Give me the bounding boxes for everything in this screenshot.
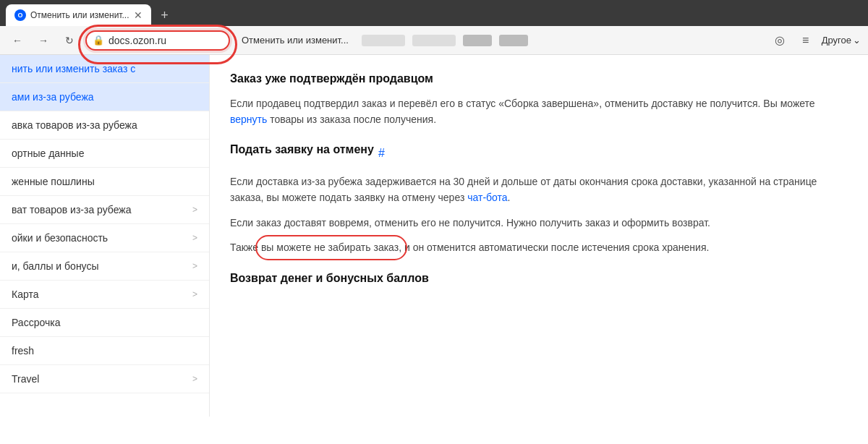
- bookmarks-bar: [362, 35, 764, 46]
- section2-para3: Также вы можете не забирать заказ, и он …: [230, 239, 848, 255]
- section1-heading: Заказ уже подтверждён продавцом: [230, 69, 848, 88]
- sidebar-item-9[interactable]: Рассрочка: [0, 309, 209, 337]
- lock-icon: 🔒: [93, 35, 104, 46]
- chevron-icon-11: >: [192, 374, 197, 384]
- chevron-icon-7: >: [192, 261, 197, 271]
- page-title-nav: Отменить или изменит...: [242, 35, 349, 46]
- sidebar-item-10[interactable]: fresh: [0, 337, 209, 365]
- section2-para1: Если доставка из-за рубежа задерживается…: [230, 174, 848, 206]
- tab-favicon: O: [14, 9, 26, 21]
- section3-heading: Возврат денег и бонусных баллов: [230, 269, 848, 288]
- bookmark-1: [362, 35, 405, 46]
- section2-para2: Если заказ доставят вовремя, отменить ег…: [230, 215, 848, 231]
- chevron-icon-8: >: [192, 289, 197, 299]
- tab-bar: O Отменить или изменит... ✕ +: [0, 0, 868, 26]
- section2-heading: Подать заявку на отмену: [230, 140, 374, 159]
- sidebar: нить или изменить заказ с ами из-за рубе…: [0, 55, 210, 417]
- sidebar-item-11[interactable]: Travel >: [0, 365, 209, 393]
- section-confirmed-order: Заказ уже подтверждён продавцом Если про…: [230, 69, 848, 127]
- sidebar-item-1[interactable]: ами из-за рубежа: [0, 83, 209, 111]
- active-tab[interactable]: O Отменить или изменит... ✕: [6, 4, 151, 26]
- section1-paragraph: Если продавец подтвердил заказ и перевёл…: [230, 95, 848, 128]
- chevron-icon-6: >: [192, 233, 197, 243]
- sidebar-item-4[interactable]: женные пошлины: [0, 168, 209, 196]
- main-area: нить или изменить заказ с ами из-за рубе…: [0, 55, 868, 417]
- section2-heading-container: Подать заявку на отмену #: [230, 140, 848, 166]
- sidebar-item-5[interactable]: ват товаров из-за рубежа >: [0, 196, 209, 224]
- highlighted-text: вы можете не забирать заказ,: [261, 239, 401, 255]
- chatbot-link[interactable]: чат-бота: [467, 192, 507, 203]
- sidebar-item-3[interactable]: ортные данные: [0, 140, 209, 168]
- new-tab-button[interactable]: +: [154, 4, 176, 26]
- address-bar[interactable]: 🔒 docs.ozon.ru: [85, 30, 230, 51]
- return-link[interactable]: вернуть: [230, 114, 267, 125]
- content-area: Заказ уже подтверждён продавцом Если про…: [210, 55, 868, 417]
- nav-right-controls: ◎ ≡ Другое ⌄: [770, 30, 861, 51]
- sidebar-item-0[interactable]: нить или изменить заказ с: [0, 55, 209, 83]
- reload-button[interactable]: ↻: [59, 30, 80, 51]
- forward-button[interactable]: →: [33, 30, 54, 51]
- bookmark-3: [463, 35, 492, 46]
- address-bar-wrapper: 🔒 docs.ozon.ru: [85, 30, 230, 51]
- nav-bar: ← → ↻ 🔒 docs.ozon.ru Отменить или измени…: [0, 26, 868, 55]
- back-button[interactable]: ←: [7, 30, 27, 51]
- sidebar-item-8[interactable]: Карта >: [0, 281, 209, 309]
- bookmarks-icon[interactable]: ◎: [770, 30, 790, 51]
- section-refund: Возврат денег и бонусных баллов: [230, 269, 848, 288]
- sidebar-item-2[interactable]: авка товаров из-за рубежа: [0, 111, 209, 140]
- bookmark-4: [499, 35, 528, 46]
- sidebar-item-6[interactable]: ойки и безопасность >: [0, 224, 209, 252]
- other-button[interactable]: Другое ⌄: [822, 35, 861, 46]
- section-cancel-request: Подать заявку на отмену # Если доставка …: [230, 140, 848, 255]
- sidebar-item-7[interactable]: и, баллы и бонусы >: [0, 252, 209, 281]
- chevron-icon-5: >: [192, 205, 197, 215]
- address-text[interactable]: docs.ozon.ru: [109, 35, 166, 46]
- anchor-icon[interactable]: #: [378, 144, 385, 163]
- tab-close-button[interactable]: ✕: [134, 10, 142, 20]
- tab-title: Отменить или изменит...: [30, 10, 129, 20]
- menu-icon[interactable]: ≡: [796, 30, 816, 51]
- bookmark-2: [412, 35, 456, 46]
